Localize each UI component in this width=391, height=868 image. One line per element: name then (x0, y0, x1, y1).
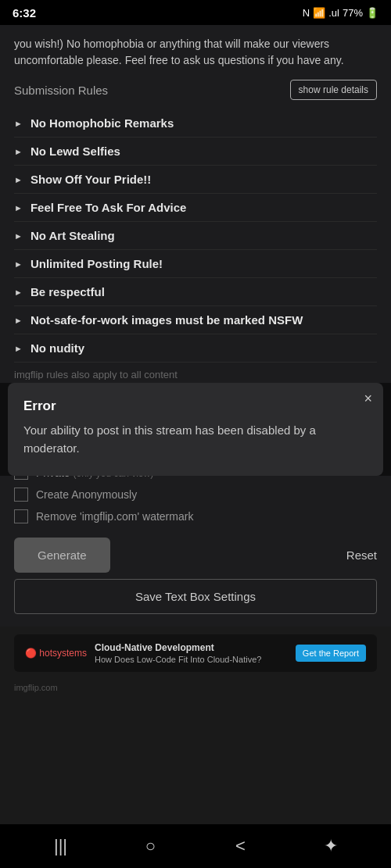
rule-arrow-3: ► (14, 175, 23, 184)
modal-backdrop: × Error Your ability to post in this str… (0, 383, 391, 476)
checkbox-watermark: Remove 'imgflip.com' watermark (14, 509, 377, 523)
rule-label-6: Unlimited Posting Rule! (30, 257, 163, 270)
nav-home-icon[interactable]: ○ (132, 830, 170, 862)
error-title: Error (23, 398, 368, 414)
generate-button[interactable]: Generate (14, 538, 110, 573)
wifi-icon: 📶 (313, 7, 325, 19)
rule-item-1: ► No Homophobic Remarks (14, 109, 377, 138)
rule-arrow-7: ► (14, 288, 23, 297)
checkbox-anonymous: Create Anonymously (14, 488, 377, 502)
rule-label-7: Be respectful (30, 285, 105, 298)
rule-arrow-6: ► (14, 259, 23, 269)
rules-header: Submission Rules show rule details (14, 80, 377, 100)
ad-cta-button[interactable]: Get the Report (296, 645, 366, 662)
rule-arrow-2: ► (14, 147, 23, 156)
rule-item-7: ► Be respectful (14, 278, 377, 306)
rule-item-6: ► Unlimited Posting Rule! (14, 250, 377, 278)
ad-logo: 🔴 hotsystems (25, 648, 87, 659)
rule-item-4: ► Feel Free To Ask For Advice (14, 194, 377, 222)
error-modal: × Error Your ability to post in this str… (8, 383, 383, 476)
show-rule-details-button[interactable]: show rule details (290, 80, 377, 100)
watermark-checkbox[interactable] (14, 509, 28, 523)
nav-back-icon[interactable]: < (222, 830, 260, 862)
rule-label-3: Show Off Your Pride!! (30, 173, 151, 186)
nav-accessibility-icon[interactable]: ✦ (312, 830, 350, 862)
rule-arrow-1: ► (14, 119, 23, 128)
status-icons: N 📶 .ul 77% 🔋 (303, 7, 378, 19)
battery-level: 77% (343, 7, 363, 19)
rule-label-9: No nudity (30, 341, 84, 355)
rule-arrow-5: ► (14, 231, 23, 241)
modal-close-button[interactable]: × (364, 391, 372, 407)
rule-item-3: ► Show Off Your Pride!! (14, 166, 377, 194)
ad-text-block: Cloud-Native Development How Does Low-Co… (95, 642, 288, 664)
rule-label-1: No Homophobic Remarks (30, 116, 174, 130)
anonymous-checkbox[interactable] (14, 488, 28, 502)
nfc-icon: N (303, 7, 310, 19)
action-row: Generate Reset (14, 538, 377, 573)
rules-title: Submission Rules (14, 84, 108, 97)
signal-icon: .ul (328, 7, 339, 19)
rule-item-9: ► No nudity (14, 334, 377, 363)
rule-arrow-9: ► (14, 344, 23, 353)
status-time: 6:32 (13, 6, 36, 20)
ad-title: Cloud-Native Development (95, 642, 288, 653)
rule-arrow-4: ► (14, 203, 23, 213)
anonymous-label: Create Anonymously (36, 488, 137, 501)
ad-subtitle: How Does Low-Code Fit Into Cloud-Native? (95, 655, 288, 664)
status-bar: 6:32 N 📶 .ul 77% 🔋 (0, 0, 391, 25)
partial-rule-text: imgflip rules also apply to all content (14, 363, 377, 380)
rule-arrow-8: ► (14, 316, 23, 325)
content-area: you wish!) No homophobia or anything tha… (0, 25, 391, 380)
nav-menu-icon[interactable]: ||| (42, 830, 80, 862)
rule-label-8: Not-safe-for-work images must be marked … (30, 313, 303, 327)
imgflip-watermark: imgflip.com (0, 680, 391, 695)
error-modal-overlay: × Error Your ability to post in this str… (0, 383, 391, 476)
error-body: Your ability to post in this stream has … (23, 422, 368, 457)
rule-label-5: No Art Stealing (30, 229, 115, 242)
watermark-label: Remove 'imgflip.com' watermark (36, 510, 193, 523)
rule-item-5: ► No Art Stealing (14, 222, 377, 250)
reset-button[interactable]: Reset (346, 548, 377, 562)
battery-icon: 🔋 (366, 7, 378, 19)
save-text-box-button[interactable]: Save Text Box Settings (14, 579, 377, 614)
rule-item-8: ► Not-safe-for-work images must be marke… (14, 306, 377, 334)
rule-label-4: Feel Free To Ask For Advice (30, 201, 187, 214)
rule-label-2: No Lewd Selfies (30, 145, 120, 158)
intro-text: you wish!) No homophobia or anything tha… (14, 36, 377, 80)
ad-banner: 🔴 hotsystems Cloud-Native Development Ho… (14, 634, 377, 672)
bottom-nav: ||| ○ < ✦ (0, 824, 391, 868)
rule-item-2: ► No Lewd Selfies (14, 138, 377, 166)
rules-list: ► No Homophobic Remarks ► No Lewd Selfie… (14, 109, 377, 380)
